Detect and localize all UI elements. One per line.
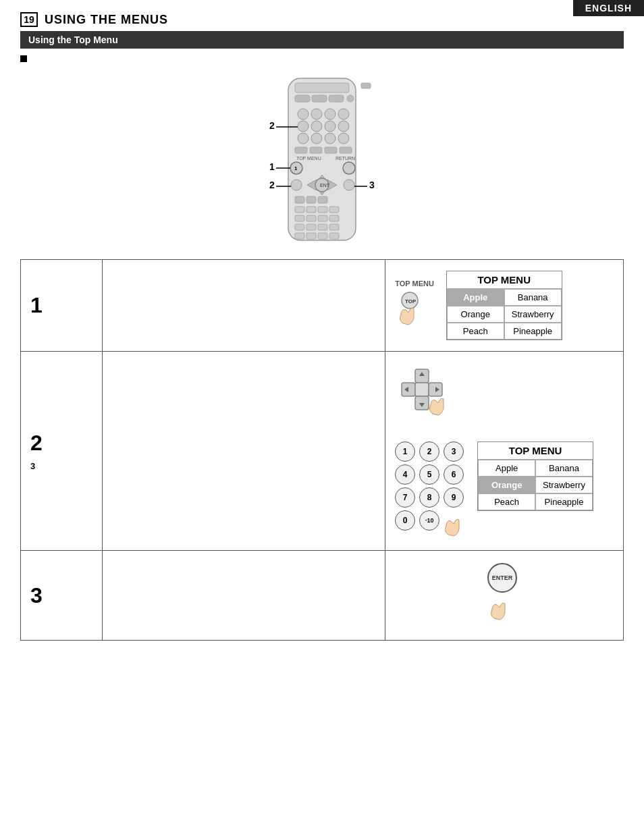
- step-3-vis-cell: ENTER: [385, 551, 624, 641]
- menu-item-banana-2: Banana: [535, 460, 593, 477]
- svg-rect-45: [318, 215, 327, 221]
- step-2-number: 2: [30, 431, 92, 456]
- numpad-btn-6: 6: [444, 464, 464, 485]
- menu-item-peach-2: Peach: [478, 493, 535, 510]
- step-3-visual: ENTER: [395, 562, 614, 629]
- menu-item-pineapple-1: Pineapple: [504, 323, 562, 340]
- svg-rect-2: [361, 83, 371, 88]
- svg-point-6: [347, 95, 354, 102]
- step-3-row: 3 ENTER: [21, 551, 624, 641]
- numpad-btn-4: 4: [395, 464, 415, 485]
- step-2-number-cell: 2 3: [21, 352, 103, 551]
- top-menu-button-label: TOP MENU: [395, 279, 434, 288]
- menu-item-apple-2: Apple: [478, 460, 535, 477]
- svg-point-12: [311, 121, 322, 132]
- svg-text:3: 3: [369, 180, 375, 190]
- svg-rect-42: [329, 207, 339, 213]
- numpad-btn-1: 1: [395, 441, 415, 462]
- numpad-and-hand: 1 2 3 4 5 6 7 8 9 0 ·10: [395, 441, 465, 539]
- svg-rect-43: [295, 215, 304, 221]
- svg-rect-67: [415, 383, 429, 396]
- svg-rect-41: [318, 207, 327, 213]
- svg-text:RETURN: RETURN: [336, 156, 355, 161]
- top-menu-grid-1: Apple Banana Orange Strawberry Peach Pin…: [447, 289, 562, 340]
- svg-point-9: [325, 109, 336, 119]
- svg-text:TOP: TOP: [405, 298, 417, 304]
- svg-point-35: [344, 180, 354, 190]
- step-3-number: 3: [30, 583, 92, 608]
- svg-text:2: 2: [269, 180, 275, 190]
- step-1-button-area: TOP MENU TOP: [395, 279, 434, 332]
- numpad-btn-2: 2: [419, 441, 439, 462]
- svg-rect-36: [295, 196, 304, 203]
- svg-rect-49: [318, 224, 327, 230]
- svg-point-8: [311, 109, 322, 119]
- svg-rect-50: [329, 224, 339, 230]
- step-2-row: 2 3: [21, 352, 624, 551]
- svg-rect-52: [306, 233, 316, 239]
- numpad-btn-5: 5: [419, 464, 439, 485]
- svg-rect-51: [295, 233, 304, 239]
- remote-control-image: TOP MENU 1 RETURN ENT: [261, 75, 383, 250]
- numpad: 1 2 3 4 5 6 7 8 9 0 ·10: [395, 441, 465, 539]
- instruction-table: 1 TOP MENU TOP T: [20, 259, 624, 641]
- svg-point-7: [298, 109, 308, 119]
- numpad-btn-0: 0: [395, 510, 415, 531]
- dpad-area: [395, 362, 614, 425]
- dpad-icon: [395, 362, 462, 423]
- enter-hand-icon: [487, 593, 521, 626]
- svg-rect-46: [329, 215, 339, 221]
- top-menu-box-2: TOP MENU Apple Banana Orange Strawberry …: [477, 441, 593, 511]
- enter-button-area: ENTER: [487, 563, 521, 628]
- step-1-number-cell: 1: [21, 260, 103, 352]
- menu-item-orange-1: Orange: [447, 306, 504, 323]
- svg-text:2: 2: [269, 120, 275, 131]
- svg-point-13: [325, 121, 336, 132]
- svg-point-10: [338, 109, 349, 119]
- top-menu-title-1: TOP MENU: [447, 271, 562, 289]
- top-menu-title-2: TOP MENU: [478, 442, 593, 460]
- svg-point-17: [325, 133, 336, 144]
- section-bullet: [20, 55, 27, 62]
- step-2-menu-display: TOP MENU Apple Banana Orange Strawberry …: [477, 441, 593, 511]
- svg-rect-37: [306, 196, 316, 203]
- svg-point-11: [298, 121, 308, 132]
- menu-item-strawberry-1: Strawberry: [504, 306, 562, 323]
- menu-item-banana-1: Banana: [504, 289, 562, 306]
- svg-rect-22: [340, 147, 352, 153]
- english-badge: ENGLISH: [573, 0, 644, 16]
- svg-point-27: [343, 162, 355, 174]
- step-3-desc-cell: [103, 551, 385, 641]
- numpad-btn-9: 9: [444, 487, 464, 508]
- svg-rect-54: [329, 233, 339, 239]
- step-1-desc-cell: [103, 260, 385, 352]
- svg-rect-4: [312, 95, 327, 102]
- svg-rect-1: [295, 83, 349, 92]
- step-2-vis-cell: 1 2 3 4 5 6 7 8 9 0 ·10: [385, 352, 624, 551]
- step-1-row: 1 TOP MENU TOP T: [21, 260, 624, 352]
- svg-rect-48: [306, 224, 316, 230]
- step-3-number-cell: 3: [21, 551, 103, 641]
- svg-rect-40: [306, 207, 316, 213]
- svg-text:TOP MENU: TOP MENU: [296, 156, 321, 161]
- numpad-btn-3: 3: [444, 441, 464, 462]
- svg-rect-44: [306, 215, 316, 221]
- remote-area: TOP MENU 1 RETURN ENT: [0, 75, 644, 252]
- svg-text:1: 1: [294, 165, 298, 171]
- svg-point-14: [338, 121, 349, 132]
- top-menu-grid-2: Apple Banana Orange Strawberry Peach Pin…: [478, 460, 593, 510]
- menu-item-peach-1: Peach: [447, 323, 504, 340]
- menu-item-apple-1: Apple: [447, 289, 504, 306]
- step-1-vis-cell: TOP MENU TOP TOP MENU Apple: [385, 260, 624, 352]
- svg-rect-53: [318, 233, 327, 239]
- step-2-sub-step: 3: [30, 461, 92, 471]
- section-banner: Using the Top Menu: [20, 31, 624, 49]
- svg-point-15: [298, 133, 308, 144]
- menu-item-orange-2: Orange: [478, 477, 535, 493]
- top-menu-box-1: TOP MENU Apple Banana Orange Strawberry …: [446, 271, 562, 340]
- step-2-desc-cell: [103, 352, 385, 551]
- enter-button: ENTER: [487, 563, 517, 593]
- numpad-hand-icon: [444, 510, 471, 537]
- step-2-bottom: 1 2 3 4 5 6 7 8 9 0 ·10: [395, 441, 614, 539]
- section-number: 19: [20, 12, 38, 27]
